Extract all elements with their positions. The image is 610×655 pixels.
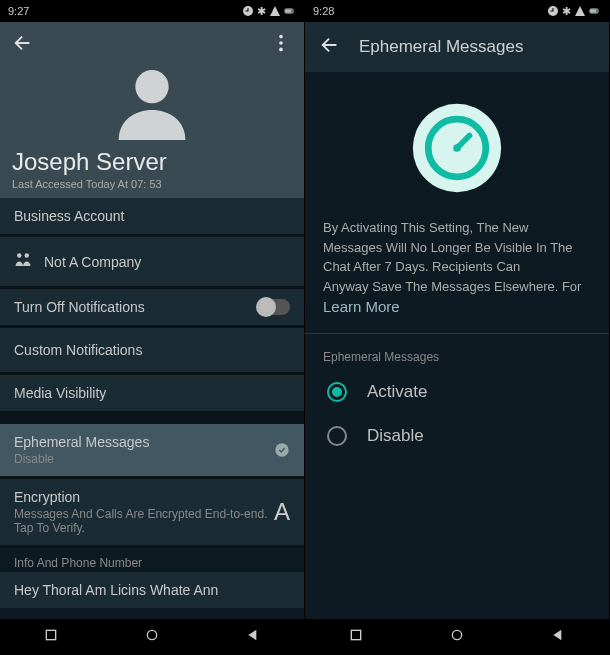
avatar[interactable] xyxy=(12,60,292,144)
custom-notifications-label: Custom Notifications xyxy=(14,342,142,358)
status-icons: ✱ xyxy=(547,5,601,18)
status-bar: 9:27 ✱ xyxy=(0,0,304,22)
desc-line: Anyway Save The Messages Elsewhere. For xyxy=(323,279,581,294)
back-icon[interactable] xyxy=(12,32,34,58)
nav-recents-icon[interactable] xyxy=(348,627,364,647)
svg-point-3 xyxy=(279,41,283,45)
description: By Activating This Setting, The New Mess… xyxy=(305,218,609,327)
encryption-sub: Messages And Calls Are Encrypted End-to-… xyxy=(14,507,274,535)
back-icon[interactable] xyxy=(319,34,341,60)
svg-point-5 xyxy=(135,70,168,103)
info-text: Hey Thoral Am Licins Whate Ann xyxy=(14,582,218,598)
not-company-label: Not A Company xyxy=(44,254,141,270)
divider xyxy=(0,414,304,424)
nav-back-icon[interactable] xyxy=(245,627,261,647)
last-seen: Last Accessed Today At 07: 53 xyxy=(12,178,292,190)
desc-line: Messages Will No Longer Be Visible In Th… xyxy=(323,240,573,255)
appbar-title: Ephemeral Messages xyxy=(359,37,523,57)
learn-more-link[interactable]: Learn More xyxy=(323,298,400,315)
svg-point-8 xyxy=(275,443,288,456)
radio-disable[interactable]: Disable xyxy=(305,414,609,458)
desc-line: Chat After 7 Days. Recipients Can xyxy=(323,259,520,274)
ephemeral-state: Disable xyxy=(14,452,149,466)
custom-notifications-row[interactable]: Custom Notifications xyxy=(0,328,304,375)
media-visibility-label: Media Visibility xyxy=(14,385,106,401)
divider xyxy=(305,333,609,334)
encryption-row[interactable]: Encryption Messages And Calls Are Encryp… xyxy=(0,479,304,548)
ephemeral-messages-row[interactable]: Ephemeral Messages Disable xyxy=(0,424,304,479)
radio-label: Activate xyxy=(367,382,427,402)
notifications-toggle[interactable] xyxy=(258,299,290,315)
status-bar: 9:28 ✱ xyxy=(305,0,609,22)
svg-point-10 xyxy=(147,630,156,639)
radio-label: Disable xyxy=(367,426,424,446)
status-icons: ✱ xyxy=(242,5,296,18)
svg-point-18 xyxy=(452,630,461,639)
not-company-row[interactable]: Not A Company xyxy=(0,237,304,289)
info-section-label: Info And Phone Number xyxy=(0,548,304,572)
business-account-row: Business Account xyxy=(0,198,304,237)
encryption-title: Encryption xyxy=(14,489,80,505)
nav-back-icon[interactable] xyxy=(550,627,566,647)
notifications-row[interactable]: Turn Off Notifications xyxy=(0,289,304,328)
radio-activate[interactable]: Activate xyxy=(305,370,609,414)
timer-hero-icon xyxy=(305,72,609,218)
business-account-label: Business Account xyxy=(14,208,125,224)
radio-icon xyxy=(327,382,347,402)
menu-icon[interactable] xyxy=(270,32,292,58)
check-icon xyxy=(274,442,290,458)
svg-point-2 xyxy=(279,35,283,39)
android-nav-bar xyxy=(305,619,609,655)
svg-rect-17 xyxy=(351,630,360,639)
nav-home-icon[interactable] xyxy=(449,627,465,647)
contact-info-screen: 9:27 ✱ Joseph Server Last Accessed Today… xyxy=(0,0,305,655)
ephemeral-settings-screen: 9:28 ✱ Ephemeral Messages By Activating … xyxy=(305,0,610,655)
svg-point-4 xyxy=(279,48,283,52)
ephemeral-title: Ephemeral Messages xyxy=(14,434,149,450)
app-bar: Ephemeral Messages xyxy=(305,22,609,72)
notifications-label: Turn Off Notifications xyxy=(14,299,145,315)
svg-rect-12 xyxy=(591,10,596,12)
android-nav-bar xyxy=(0,619,304,655)
radio-icon xyxy=(327,426,347,446)
media-visibility-row[interactable]: Media Visibility xyxy=(0,375,304,414)
svg-rect-1 xyxy=(286,10,291,12)
svg-point-16 xyxy=(453,144,461,152)
desc-line: By Activating This Setting, The New xyxy=(323,220,528,235)
encryption-trailing: A xyxy=(274,498,290,526)
contact-header: Joseph Server Last Accessed Today At 07:… xyxy=(0,22,304,198)
company-icon xyxy=(14,251,32,272)
svg-point-6 xyxy=(17,253,22,258)
svg-rect-9 xyxy=(46,630,55,639)
status-time: 9:27 xyxy=(8,5,29,17)
contact-name: Joseph Server xyxy=(12,148,292,176)
options-header: Ephemeral Messages xyxy=(305,340,609,370)
nav-recents-icon[interactable] xyxy=(43,627,59,647)
nav-home-icon[interactable] xyxy=(144,627,160,647)
info-text-row[interactable]: Hey Thoral Am Licins Whate Ann xyxy=(0,572,304,608)
svg-point-7 xyxy=(25,253,30,258)
status-time: 9:28 xyxy=(313,5,334,17)
